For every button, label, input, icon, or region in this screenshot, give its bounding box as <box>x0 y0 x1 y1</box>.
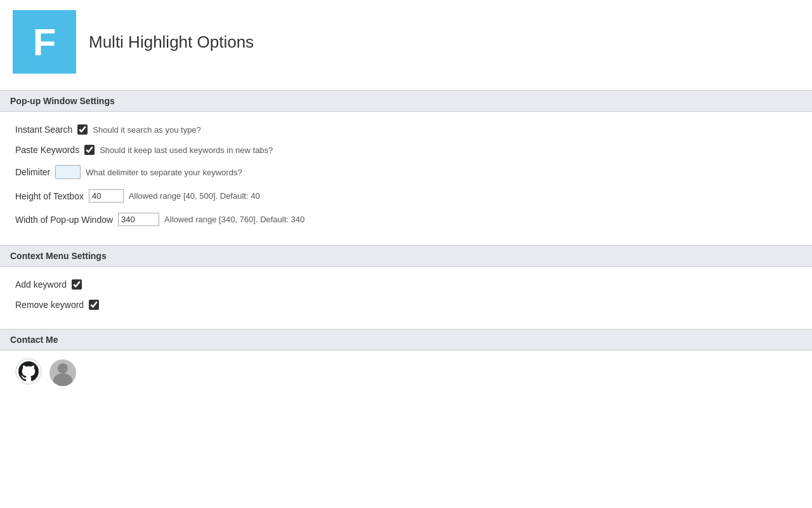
remove-keyword-checkbox[interactable] <box>89 300 99 310</box>
width-popup-label: Width of Pop-up Window <box>15 215 113 225</box>
contact-me-section-header: Contact Me <box>0 329 812 351</box>
instant-search-checkbox[interactable] <box>77 124 88 135</box>
popup-window-section-header: Pop-up Window Settings <box>0 90 812 112</box>
instant-search-row: Instant Search Should it search as you t… <box>15 119 797 140</box>
delimiter-label: Delimiter <box>15 167 50 177</box>
paste-keywords-checkbox[interactable] <box>84 145 95 155</box>
popup-window-section: Pop-up Window Settings Instant Search Sh… <box>0 90 812 239</box>
paste-keywords-label: Paste Keywords <box>15 145 79 155</box>
contact-me-section: Contact Me <box>0 329 812 394</box>
logo-box: F <box>13 10 76 74</box>
paste-keywords-row: Paste Keywords Should it keep last used … <box>15 140 797 160</box>
add-keyword-label: Add keyword <box>15 279 67 290</box>
remove-keyword-label: Remove keyword <box>15 300 84 310</box>
delimiter-input[interactable] <box>55 165 81 179</box>
page-title: Multi Highlight Options <box>89 32 254 52</box>
popup-window-section-body: Instant Search Should it search as you t… <box>0 112 812 239</box>
page-header: F Multi Highlight Options <box>0 0 812 84</box>
add-keyword-checkbox[interactable] <box>72 279 82 290</box>
context-menu-section: Context Menu Settings Add keyword Remove… <box>0 245 812 323</box>
delimiter-hint: What delimiter to separate your keywords… <box>86 168 242 177</box>
add-keyword-row: Add keyword <box>15 274 797 295</box>
delimiter-row: Delimiter What delimiter to separate you… <box>15 160 797 184</box>
github-icon <box>15 358 42 385</box>
height-textbox-row: Height of Textbox Allowed range [40, 500… <box>15 184 797 208</box>
avatar-icon <box>49 359 76 386</box>
remove-keyword-row: Remove keyword <box>15 295 797 315</box>
github-link[interactable] <box>15 358 42 387</box>
height-textbox-input[interactable] <box>89 189 124 203</box>
context-menu-section-header: Context Menu Settings <box>0 245 812 267</box>
width-popup-input[interactable] <box>118 213 159 226</box>
avatar-link[interactable] <box>49 359 76 386</box>
height-textbox-hint: Allowed range [40, 500]. Default: 40 <box>129 191 260 201</box>
instant-search-label: Instant Search <box>15 124 72 135</box>
height-textbox-label: Height of Textbox <box>15 191 84 201</box>
context-menu-section-body: Add keyword Remove keyword <box>0 267 812 323</box>
paste-keywords-hint: Should it keep last used keywords in new… <box>100 145 273 155</box>
width-popup-row: Width of Pop-up Window Allowed range [34… <box>15 208 797 231</box>
width-popup-hint: Allowed range [340, 760]. Default: 340 <box>164 215 304 224</box>
instant-search-hint: Should it search as you type? <box>93 125 201 135</box>
logo-letter: F <box>33 20 56 64</box>
contact-icons-container <box>0 351 812 394</box>
